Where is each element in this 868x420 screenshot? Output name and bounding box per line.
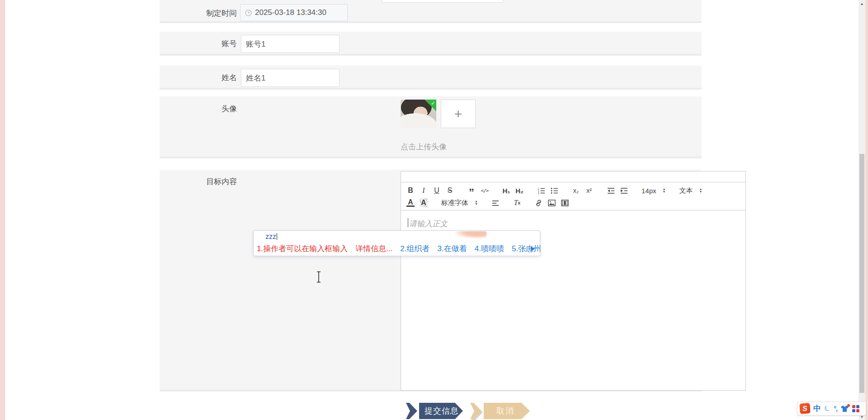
avatar-upload-hint: 点击上传头像 — [401, 142, 447, 152]
ime-candidate[interactable]: 2.组织者 — [400, 243, 429, 254]
clear-format-button[interactable]: Tx — [513, 198, 521, 208]
editor-toolbar: B I U S ” </> H₁ H₂ 123 — [401, 182, 746, 210]
time-label: 制定时间 — [160, 8, 237, 19]
moon-icon[interactable]: ☾ — [823, 403, 832, 414]
font-family-value: 标准字体 — [441, 199, 468, 207]
ime-candidate[interactable]: 3.在做着 — [438, 243, 467, 254]
chinese-mode-icon[interactable]: 中 — [813, 403, 821, 414]
page-edge-left — [0, 0, 5, 420]
ime-composition: zzz — [265, 233, 277, 241]
check-icon: ✓ — [431, 100, 435, 106]
cancel-label: 取消 — [496, 406, 514, 416]
page: 制定时间 2025-03-18 13:34:30 账号 账号1 姓名 姓名1 ✓… — [0, 0, 868, 420]
blockquote-button[interactable]: ” — [467, 186, 476, 196]
editor-placeholder: 请输入正文 — [409, 219, 448, 229]
font-size-select[interactable]: 14px ▲▼ — [642, 187, 665, 195]
ime-skin-decoration — [455, 231, 486, 239]
avatar-label: 头像 — [160, 104, 237, 114]
toolbar-row-2: A A 标准字体 ▲▼ Tx — [406, 197, 740, 208]
font-size-value: 14px — [642, 187, 656, 195]
text-style-select[interactable]: 文本 ▲▼ — [679, 186, 702, 195]
ime-candidate-list: 1.操作者可以在输入框输入 详情信息... 2.组织者 3.在做着 4.啧啧啧 … — [257, 243, 537, 254]
sogou-logo-icon[interactable]: S — [799, 403, 811, 414]
ordered-list-icon[interactable]: 123 — [537, 186, 545, 196]
notification-dot — [847, 404, 850, 407]
editor-title-input[interactable] — [401, 171, 746, 182]
italic-button[interactable]: I — [420, 186, 428, 196]
select-arrows-icon: ▲▼ — [663, 188, 666, 193]
ime-candidate[interactable]: 4.啧啧啧 — [475, 243, 504, 254]
rich-text-editor: B I U S ” </> H₁ H₂ 123 — [401, 171, 746, 391]
heading2-button[interactable]: H₂ — [515, 186, 524, 196]
submit-chevron-icon[interactable] — [406, 403, 417, 419]
time-input[interactable]: 2025-03-18 13:34:30 — [240, 4, 348, 21]
form-row-avatar: ✓ + 点击上传头像 — [160, 96, 702, 158]
ime-candidate[interactable]: 详情信息... — [355, 243, 392, 254]
code-block-button[interactable]: </> — [481, 186, 489, 196]
submit-label: 提交信息 — [425, 406, 459, 416]
underline-button[interactable]: U — [433, 186, 441, 196]
account-value: 账号1 — [246, 39, 265, 49]
time-value: 2025-03-18 13:34:30 — [255, 8, 326, 17]
outdent-icon[interactable] — [607, 186, 615, 196]
scrollbar-up-icon[interactable]: ▲ — [859, 1, 865, 6]
background-color-button[interactable]: A — [420, 198, 428, 207]
previous-row-input-sliver — [382, 0, 503, 3]
superscript-button[interactable]: x² — [585, 186, 593, 196]
avatar-upload-button[interactable]: + — [441, 100, 476, 128]
name-input[interactable]: 姓名1 — [241, 69, 340, 87]
ibeam-cursor — [316, 271, 322, 283]
account-input[interactable]: 账号1 — [241, 35, 340, 53]
page-edge-right — [865, 0, 868, 420]
video-icon[interactable] — [561, 198, 569, 208]
punctuation-icon[interactable]: °, — [834, 405, 837, 412]
text-color-button[interactable]: A — [406, 199, 415, 207]
toolbar-row-1: B I U S ” </> H₁ H₂ 123 — [406, 185, 740, 196]
svg-text:3: 3 — [538, 191, 539, 194]
account-label: 账号 — [160, 38, 237, 49]
name-label: 姓名 — [160, 72, 237, 83]
text-caret — [408, 218, 408, 227]
bullet-list-icon[interactable] — [550, 186, 558, 196]
bold-button[interactable]: B — [406, 186, 415, 196]
select-arrows-icon: ▲▼ — [475, 200, 478, 205]
text-style-value: 文本 — [679, 186, 693, 195]
indent-icon[interactable] — [620, 186, 628, 196]
avatar[interactable]: ✓ — [401, 100, 436, 128]
cancel-button[interactable]: 取消 — [484, 403, 530, 419]
ime-prev-page-icon[interactable]: ◀ — [524, 245, 529, 252]
cancel-chevron-icon[interactable] — [470, 403, 481, 419]
heading1-button[interactable]: H₁ — [502, 186, 510, 196]
name-value: 姓名1 — [246, 73, 265, 83]
ime-next-page-icon[interactable]: ▶ — [531, 245, 535, 252]
toolbox-grid-icon[interactable] — [852, 405, 859, 412]
ime-page-nav: ◀ ▶ — [524, 245, 535, 252]
submit-button[interactable]: 提交信息 — [419, 403, 463, 419]
image-icon[interactable] — [548, 198, 556, 208]
font-family-select[interactable]: 标准字体 ▲▼ — [441, 199, 478, 207]
sogou-ime-toolbar: S 中 ☾ °, — [797, 401, 866, 415]
content-label: 目标内容 — [160, 177, 237, 187]
align-icon[interactable] — [491, 198, 500, 208]
link-icon[interactable] — [535, 198, 543, 208]
strike-button[interactable]: S — [446, 186, 454, 196]
select-arrows-icon: ▲▼ — [699, 188, 702, 193]
subscript-button[interactable]: x₂ — [572, 186, 580, 196]
ime-cursor — [277, 233, 277, 240]
form-row-content: B I U S ” </> H₁ H₂ 123 — [160, 170, 702, 391]
ime-candidate[interactable]: 1.操作者可以在输入框输入 — [257, 243, 348, 254]
plus-icon: + — [454, 106, 462, 122]
ime-popup: zzz 1.操作者可以在输入框输入 详情信息... 2.组织者 3.在做着 4.… — [253, 230, 540, 256]
scrollbar-thumb[interactable] — [859, 154, 864, 393]
clock-icon — [245, 10, 252, 16]
skin-shirt-icon[interactable] — [840, 405, 849, 412]
